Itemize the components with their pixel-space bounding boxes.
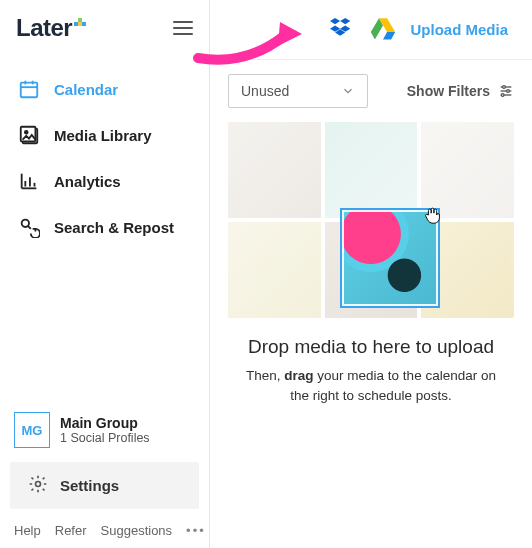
- show-filters-button[interactable]: Show Filters: [407, 83, 514, 99]
- media-status-select[interactable]: Unused: [228, 74, 368, 108]
- svg-point-18: [36, 482, 41, 487]
- svg-rect-2: [78, 22, 82, 26]
- nav-label: Calendar: [54, 81, 118, 98]
- select-value: Unused: [241, 83, 289, 99]
- svg-rect-4: [21, 83, 38, 98]
- svg-rect-1: [78, 18, 82, 22]
- top-bar: Upload Media: [210, 0, 532, 60]
- upload-media-button[interactable]: Upload Media: [410, 21, 508, 38]
- footer-refer[interactable]: Refer: [55, 523, 87, 538]
- settings-button[interactable]: Settings: [10, 462, 199, 509]
- menu-toggle-icon[interactable]: [173, 21, 193, 35]
- dropzone-sub: Then, drag your media to the calendar on…: [210, 366, 532, 405]
- analytics-icon: [18, 170, 40, 192]
- google-drive-icon[interactable]: [370, 16, 396, 43]
- chevron-down-icon: [341, 84, 355, 98]
- gear-icon: [28, 474, 48, 497]
- settings-label: Settings: [60, 477, 119, 494]
- sidebar: Later: [0, 0, 210, 548]
- nav-item-search-repost[interactable]: Search & Repost: [0, 204, 209, 250]
- more-menu-icon[interactable]: •••: [186, 523, 206, 538]
- nav-item-calendar[interactable]: Calendar: [0, 66, 209, 112]
- search-repost-icon: [18, 216, 40, 238]
- group-name: Main Group: [60, 415, 150, 431]
- nav-item-analytics[interactable]: Analytics: [0, 158, 209, 204]
- filters-icon: [498, 83, 514, 99]
- logo[interactable]: Later: [16, 14, 92, 42]
- logo-text: Later: [16, 14, 72, 42]
- svg-point-28: [501, 94, 504, 97]
- primary-nav: Calendar Media Library A: [0, 60, 209, 256]
- svg-line-17: [28, 226, 31, 229]
- nav-label: Media Library: [54, 127, 152, 144]
- svg-point-24: [503, 86, 506, 89]
- sidebar-header: Later: [0, 0, 209, 60]
- dropzone-headline: Drop media to here to upload: [210, 336, 532, 358]
- footer-help[interactable]: Help: [14, 523, 41, 538]
- calendar-icon: [18, 78, 40, 100]
- sidebar-bottom: MG Main Group 1 Social Profiles Settings…: [0, 402, 209, 548]
- svg-rect-3: [82, 22, 86, 26]
- group-sub: 1 Social Profiles: [60, 431, 150, 445]
- show-filters-label: Show Filters: [407, 83, 490, 99]
- media-grid[interactable]: [228, 122, 514, 318]
- group-selector[interactable]: MG Main Group 1 Social Profiles: [0, 402, 209, 462]
- filter-bar: Unused Show Filters: [210, 60, 532, 118]
- svg-rect-0: [74, 22, 78, 26]
- nav-label: Analytics: [54, 173, 121, 190]
- footer-suggestions[interactable]: Suggestions: [101, 523, 173, 538]
- nav-label: Search & Repost: [54, 219, 174, 236]
- svg-marker-21: [383, 32, 395, 39]
- svg-point-26: [507, 90, 510, 93]
- nav-item-media-library[interactable]: Media Library: [0, 112, 209, 158]
- media-library-icon: [18, 124, 40, 146]
- svg-point-10: [25, 131, 28, 134]
- footer-links: Help Refer Suggestions •••: [0, 517, 209, 548]
- selected-media-thumbnail[interactable]: [340, 208, 440, 308]
- logo-pixels-icon: [74, 18, 92, 39]
- cursor-grab-icon: [422, 204, 444, 226]
- group-avatar: MG: [14, 412, 50, 448]
- main-panel: Upload Media Unused Show Filters: [210, 0, 532, 548]
- svg-point-16: [22, 220, 29, 227]
- dropbox-icon[interactable]: [330, 16, 356, 43]
